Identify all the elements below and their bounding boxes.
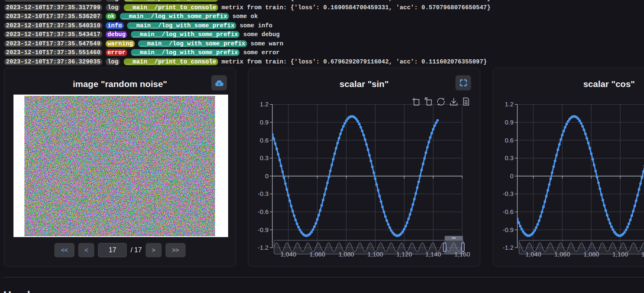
svg-text:1.2: 1.2	[260, 100, 269, 108]
svg-text:-0.6: -0.6	[503, 208, 514, 215]
svg-text:0.9: 0.9	[505, 119, 514, 126]
svg-text:1,100: 1,100	[367, 251, 383, 258]
svg-text:0: 0	[510, 172, 514, 179]
svg-text:1,060: 1,060	[309, 251, 325, 258]
svg-text:0.3: 0.3	[505, 154, 514, 161]
svg-text:-1.2: -1.2	[258, 244, 269, 251]
svg-text:-0.3: -0.3	[258, 190, 269, 197]
svg-text:1,120: 1,120	[397, 251, 412, 258]
svg-text:1,040: 1,040	[525, 251, 541, 258]
svg-text:1.2: 1.2	[505, 100, 514, 108]
svg-text:1,160: 1,160	[454, 251, 470, 258]
svg-text:0.9: 0.9	[260, 119, 269, 126]
svg-text:0.3: 0.3	[260, 154, 269, 161]
svg-text:1,040: 1,040	[280, 251, 296, 258]
svg-text:-0.6: -0.6	[258, 208, 269, 215]
svg-text:1,100: 1,100	[612, 251, 628, 258]
svg-text:1,080: 1,080	[583, 251, 599, 258]
svg-text:1,120: 1,120	[641, 251, 644, 258]
svg-text:-0.3: -0.3	[503, 190, 514, 197]
svg-text:-1.2: -1.2	[503, 244, 514, 251]
svg-text:1,140: 1,140	[425, 251, 441, 258]
svg-text:1,080: 1,080	[338, 251, 354, 258]
svg-text:-0.9: -0.9	[503, 226, 514, 233]
svg-text:0.6: 0.6	[505, 137, 514, 144]
svg-text:1,060: 1,060	[554, 251, 570, 258]
svg-text:0.6: 0.6	[260, 137, 269, 144]
svg-text:0: 0	[265, 172, 269, 179]
svg-text:-0.9: -0.9	[258, 226, 269, 233]
